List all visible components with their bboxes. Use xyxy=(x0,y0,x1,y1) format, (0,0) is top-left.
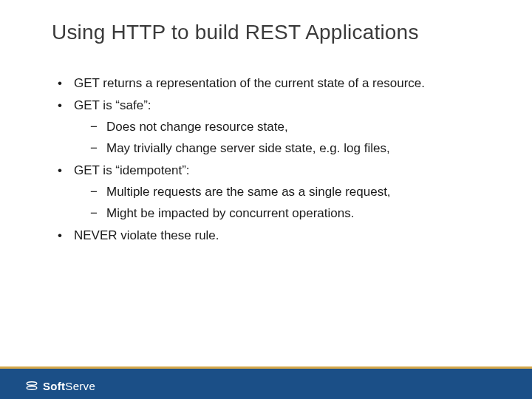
sub-item: Multiple requests are the same as a sing… xyxy=(90,183,488,202)
bullet-item: GET returns a representation of the curr… xyxy=(58,74,488,93)
brand: SoftServe xyxy=(25,379,95,392)
bullet-text: GET is “idempotent”: xyxy=(74,163,190,177)
bullet-text: GET is “safe”: xyxy=(74,98,151,112)
sub-item: Does not change resource state, xyxy=(90,117,488,137)
slide-title: Using HTTP to build REST Applications xyxy=(0,0,532,44)
sub-list: Multiple requests are the same as a sing… xyxy=(90,183,488,224)
slide-content: GET returns a representation of the curr… xyxy=(0,44,532,246)
slide: Using HTTP to build REST Applications GE… xyxy=(0,0,532,399)
brand-name-bold: Soft xyxy=(43,380,65,392)
bullet-list: GET returns a representation of the curr… xyxy=(58,74,488,246)
brand-logo-icon xyxy=(25,379,38,392)
brand-name-light: Serve xyxy=(65,380,95,392)
sub-list: Does not change resource state, May triv… xyxy=(90,117,488,159)
footer: SoftServe xyxy=(0,366,532,399)
sub-item: Might be impacted by concurrent operatio… xyxy=(90,204,488,223)
brand-name: SoftServe xyxy=(43,380,95,392)
bullet-item: NEVER violate these rule. xyxy=(58,226,488,245)
sub-item: May trivially change server side state, … xyxy=(90,139,488,158)
bullet-item: GET is “idempotent”: Multiple requests a… xyxy=(58,161,488,223)
bullet-item: GET is “safe”: Does not change resource … xyxy=(58,96,488,158)
